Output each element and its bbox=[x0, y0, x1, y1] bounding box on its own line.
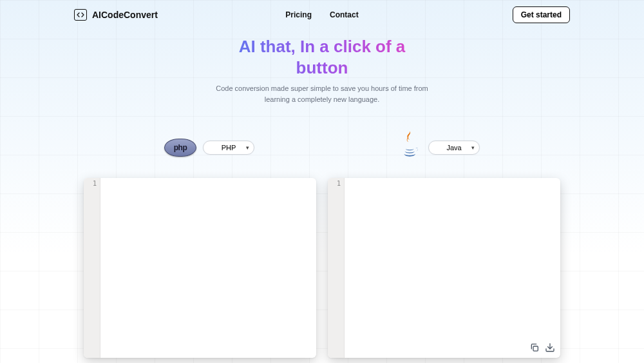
code-icon bbox=[74, 9, 87, 21]
source-code-area[interactable] bbox=[100, 178, 316, 358]
target-editor-actions bbox=[529, 342, 555, 353]
source-gutter: 1 bbox=[84, 178, 100, 358]
java-icon bbox=[396, 130, 422, 165]
brand-name: AICodeConvert bbox=[92, 10, 158, 20]
target-editor: 1 bbox=[328, 178, 560, 358]
svg-rect-0 bbox=[533, 346, 538, 351]
language-selectors: php PHP Java bbox=[0, 130, 644, 165]
hero: AI that, In a click of a button Code con… bbox=[0, 36, 644, 104]
brand-logo[interactable]: AICodeConvert bbox=[74, 9, 158, 21]
source-language-group: php PHP bbox=[164, 130, 254, 165]
hero-subtitle: Code conversion made super simple to sav… bbox=[216, 83, 428, 104]
download-icon[interactable] bbox=[545, 342, 555, 353]
line-number: 1 bbox=[84, 180, 97, 187]
hero-title: AI that, In a click of a button bbox=[219, 36, 425, 78]
target-language-group: Java bbox=[396, 130, 480, 165]
source-language-select[interactable]: PHP bbox=[203, 141, 254, 155]
nav-pricing[interactable]: Pricing bbox=[285, 10, 312, 19]
copy-icon[interactable] bbox=[529, 342, 540, 353]
source-editor[interactable]: 1 bbox=[84, 178, 316, 358]
target-language-select[interactable]: Java bbox=[428, 141, 480, 155]
target-gutter: 1 bbox=[328, 178, 345, 358]
get-started-button[interactable]: Get started bbox=[513, 6, 570, 23]
top-nav: Pricing Contact bbox=[285, 10, 358, 19]
line-number: 1 bbox=[328, 180, 341, 187]
editors-row: 1 1 bbox=[0, 178, 644, 358]
target-code-area bbox=[345, 178, 560, 358]
php-icon: php bbox=[164, 139, 196, 157]
header: AICodeConvert Pricing Contact Get starte… bbox=[0, 0, 644, 30]
nav-contact[interactable]: Contact bbox=[330, 10, 359, 19]
